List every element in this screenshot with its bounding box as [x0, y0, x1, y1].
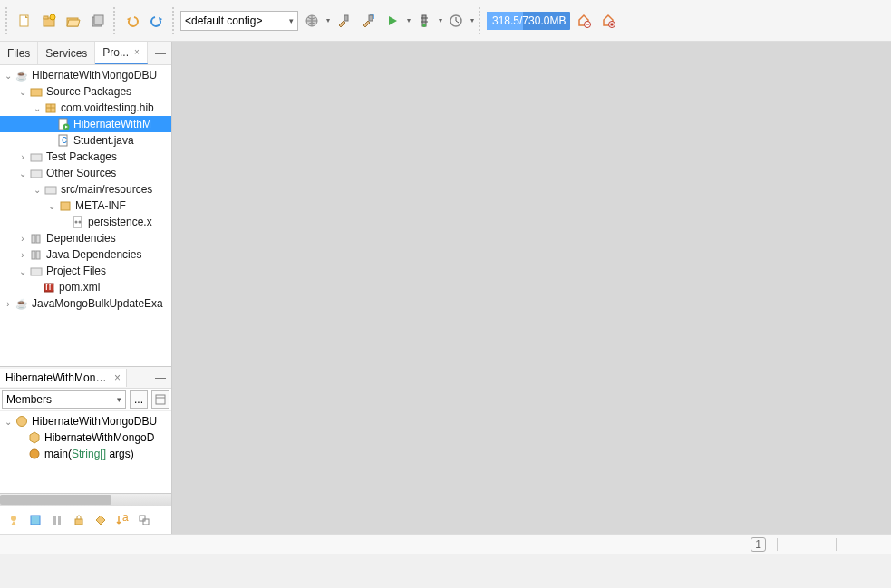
nav-method-node[interactable]: main(String[] args) [0, 446, 171, 462]
svg-point-46 [30, 449, 39, 458]
expand-icon[interactable] [16, 87, 29, 97]
svg-rect-38 [32, 251, 35, 259]
svg-text:a: a [122, 514, 129, 524]
tree-java-dependencies[interactable]: Java Dependencies [0, 246, 171, 263]
expand-icon[interactable] [45, 201, 58, 211]
expand-icon[interactable] [2, 71, 15, 81]
profile-icon[interactable] [445, 10, 467, 32]
tree-label: HibernateWithM [73, 118, 151, 130]
nav-filter-button[interactable]: ... [130, 390, 148, 409]
open-project-icon[interactable] [63, 10, 84, 32]
config-text: <default config> [185, 14, 262, 27]
scrollbar-thumb[interactable] [0, 495, 111, 505]
expand-icon[interactable] [16, 250, 29, 260]
tree-java-file[interactable]: c Student.java [0, 132, 171, 149]
tree-label: persistence.x [88, 216, 152, 228]
expand-icon[interactable] [2, 417, 15, 427]
java-class-icon: c [56, 133, 71, 148]
show-inherited-icon[interactable] [4, 510, 24, 530]
svg-rect-6 [94, 15, 103, 24]
memory-usage-bar[interactable]: 318.5/730.0MB [487, 12, 570, 30]
toolbar-separator [113, 7, 117, 34]
expand-icon[interactable] [16, 152, 29, 162]
status-separator [836, 538, 837, 551]
nav-class-node[interactable]: HibernateWithMongoDBU [0, 413, 171, 429]
tree-project-files[interactable]: Project Files [0, 263, 171, 279]
dropdown-arrow-icon[interactable]: ▾ [326, 16, 330, 24]
tree-resources[interactable]: src/main/resources [0, 181, 171, 198]
close-icon[interactable]: × [114, 371, 121, 384]
redo-icon[interactable] [146, 10, 168, 32]
svg-rect-20 [611, 23, 614, 25]
sort-alpha-icon[interactable]: a [112, 510, 132, 530]
tree-source-packages[interactable]: Source Packages [0, 83, 171, 100]
show-nonpublic-icon[interactable] [69, 510, 89, 530]
navigator-scrollbar[interactable] [0, 493, 171, 506]
tree-metainf[interactable]: META-INF [0, 198, 171, 214]
new-project-icon[interactable] [38, 10, 60, 32]
minimize-icon[interactable]: — [150, 371, 171, 384]
libraries-icon [29, 247, 44, 262]
dropdown-arrow-icon[interactable]: ▾ [439, 16, 442, 24]
tree-label: Test Packages [46, 150, 117, 163]
nav-constructor-node[interactable]: HibernateWithMongoD [0, 429, 171, 446]
nav-view-button[interactable] [151, 390, 169, 409]
undo-icon[interactable] [121, 10, 143, 32]
tree-label: Other Sources [46, 167, 116, 179]
show-inner-icon[interactable] [91, 510, 111, 530]
members-select[interactable]: Members ▾ [2, 390, 126, 409]
tree-label: JavaMongoBulkUpdateExa [32, 297, 163, 310]
java-project-icon: ☕ [15, 296, 29, 311]
toolbar-separator [172, 7, 176, 34]
dropdown-arrow-icon[interactable]: ▾ [407, 16, 411, 24]
tab-services[interactable]: Services [38, 42, 95, 64]
badge-count: 1 [755, 538, 761, 551]
expand-icon[interactable] [16, 169, 29, 178]
svg-rect-32 [61, 202, 70, 210]
debug-icon[interactable] [413, 10, 435, 32]
expand-icon[interactable] [16, 266, 29, 276]
new-file-icon[interactable] [14, 10, 35, 32]
show-fields-icon[interactable] [25, 510, 45, 530]
tab-files[interactable]: Files [0, 42, 38, 64]
svg-text:c: c [62, 134, 67, 146]
notifications-badge[interactable]: 1 [751, 537, 766, 552]
tree-project-root[interactable]: ☕ JavaMongoBulkUpdateExa [0, 295, 171, 312]
tree-persistence-file[interactable]: persistence.x [0, 214, 171, 230]
stop-gc-icon[interactable] [597, 10, 619, 32]
dropdown-arrow-icon[interactable]: ▾ [470, 16, 474, 24]
expand-icon[interactable] [16, 234, 29, 244]
expand-icon[interactable] [2, 299, 15, 309]
tree-pom-file[interactable]: m pom.xml [0, 279, 171, 295]
tree-java-file-selected[interactable]: HibernateWithM [0, 116, 171, 132]
expand-icon[interactable] [31, 185, 44, 195]
globe-icon[interactable] [301, 10, 323, 32]
tab-label: Pro... [102, 46, 129, 59]
tree-other-sources[interactable]: Other Sources [0, 165, 171, 181]
tree-label: pom.xml [59, 281, 100, 294]
xml-file-icon [71, 215, 85, 229]
tree-test-packages[interactable]: Test Packages [0, 149, 171, 165]
close-icon[interactable]: × [134, 47, 140, 57]
run-icon[interactable] [382, 10, 403, 32]
tab-projects[interactable]: Pro... × [95, 42, 148, 64]
sort-position-icon[interactable] [134, 510, 154, 530]
expand-icon[interactable] [31, 103, 44, 113]
clean-build-icon[interactable] [357, 10, 379, 32]
tree-label: com.voidtesting.hib [61, 101, 154, 114]
show-static-icon[interactable] [47, 510, 67, 530]
navigator-tab[interactable]: HibernateWithMongo... × [0, 369, 127, 387]
tree-label: Project Files [46, 265, 106, 277]
svg-rect-8 [344, 15, 348, 21]
tree-project-root[interactable]: ☕ HibernateWithMongoDBU [0, 67, 171, 83]
status-bar: 1 [0, 534, 891, 554]
tree-package[interactable]: com.voidtesting.hib [0, 100, 171, 116]
run-config-select[interactable]: <default config> ▾ [180, 11, 298, 31]
svg-rect-39 [36, 251, 40, 259]
save-all-icon[interactable] [87, 10, 109, 32]
build-icon[interactable] [333, 10, 354, 32]
minimize-tab-icon[interactable]: — [148, 42, 173, 64]
pause-gc-icon[interactable] [573, 10, 595, 32]
svg-rect-9 [369, 15, 373, 21]
tree-dependencies[interactable]: Dependencies [0, 230, 171, 246]
